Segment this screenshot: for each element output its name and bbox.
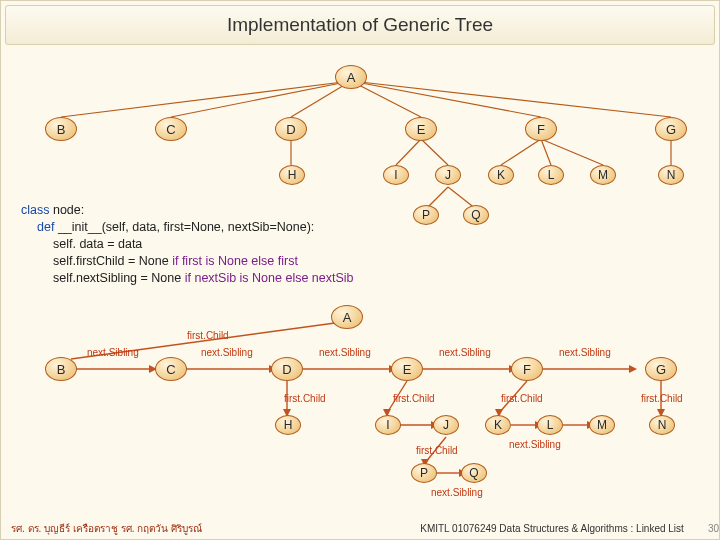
svg-line-7: [396, 139, 421, 165]
node-e-lower: E: [391, 357, 423, 381]
footer-left: รศ. ดร. บุญธีร์ เครือตราชู รศ. กฤตวัน ศิ…: [1, 521, 202, 536]
label-firstchild: first.Child: [187, 330, 229, 341]
svg-line-5: [351, 81, 671, 117]
node-k-lower: K: [485, 415, 511, 435]
label-nextsibling: next.Sibling: [87, 347, 139, 358]
node-d-lower: D: [271, 357, 303, 381]
svg-line-9: [501, 139, 541, 165]
node-l-lower: L: [537, 415, 563, 435]
footer-right: KMITL 01076249 Data Structures & Algorit…: [420, 523, 694, 534]
node-n-lower: N: [649, 415, 675, 435]
svg-line-4: [351, 81, 541, 117]
node-n-upper: N: [658, 165, 684, 185]
page-title: Implementation of Generic Tree: [5, 5, 715, 45]
node-b-lower: B: [45, 357, 77, 381]
label-firstchild: first.Child: [284, 393, 326, 404]
label-nextsibling: next.Sibling: [319, 347, 371, 358]
node-i-upper: I: [383, 165, 409, 185]
node-m-lower: M: [589, 415, 615, 435]
node-g-upper: G: [655, 117, 687, 141]
svg-line-11: [541, 139, 603, 165]
svg-line-10: [541, 139, 551, 165]
label-firstchild: first.Child: [393, 393, 435, 404]
node-p-upper: P: [413, 205, 439, 225]
node-m-upper: M: [590, 165, 616, 185]
footer: รศ. ดร. บุญธีร์ เครือตราชู รศ. กฤตวัน ศิ…: [1, 519, 719, 537]
node-q-lower: Q: [461, 463, 487, 483]
label-nextsibling: next.Sibling: [439, 347, 491, 358]
diagram-stage: A B C D E F G H I J K L M N P Q class no…: [1, 47, 719, 519]
node-a-upper: A: [335, 65, 367, 89]
node-a-lower: A: [331, 305, 363, 329]
node-l-upper: L: [538, 165, 564, 185]
page-number: 30: [694, 523, 719, 534]
label-nextsibling: next.Sibling: [509, 439, 561, 450]
node-p-lower: P: [411, 463, 437, 483]
label-nextsibling: next.Sibling: [431, 487, 483, 498]
svg-line-3: [351, 81, 421, 117]
svg-line-8: [421, 139, 448, 165]
svg-line-0: [61, 81, 351, 117]
node-c-upper: C: [155, 117, 187, 141]
node-c-lower: C: [155, 357, 187, 381]
svg-line-1: [171, 81, 351, 117]
label-nextsibling: next.Sibling: [559, 347, 611, 358]
node-q-upper: Q: [463, 205, 489, 225]
arrow-icon: [629, 365, 637, 373]
node-k-upper: K: [488, 165, 514, 185]
label-nextsibling: next.Sibling: [201, 347, 253, 358]
node-d-upper: D: [275, 117, 307, 141]
node-j-upper: J: [435, 165, 461, 185]
node-f-upper: F: [525, 117, 557, 141]
node-b-upper: B: [45, 117, 77, 141]
code-block: class node: def __init__(self, data, fir…: [21, 202, 354, 286]
node-g-lower: G: [645, 357, 677, 381]
node-i-lower: I: [375, 415, 401, 435]
label-firstchild: first.Child: [501, 393, 543, 404]
title-text: Implementation of Generic Tree: [227, 14, 493, 36]
label-firstchild: first.Child: [641, 393, 683, 404]
node-e-upper: E: [405, 117, 437, 141]
label-firstchild: first.Child: [416, 445, 458, 456]
node-h-upper: H: [279, 165, 305, 185]
node-h-lower: H: [275, 415, 301, 435]
node-j-lower: J: [433, 415, 459, 435]
node-f-lower: F: [511, 357, 543, 381]
